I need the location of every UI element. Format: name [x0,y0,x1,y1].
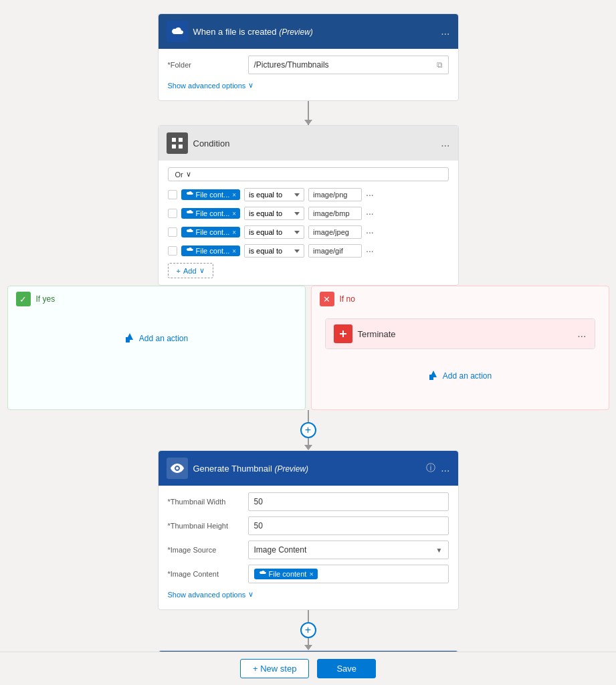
folder-input[interactable]: /Pictures/Thumbnails ⧉ [248,56,449,74]
trigger-title: When a file is created (Preview) [193,27,436,37]
checkbox-1[interactable] [168,209,177,218]
token-close-3[interactable]: × [232,248,236,255]
add-action-yes-button[interactable]: Add an action [124,333,188,344]
terminate-card: Terminate ... [325,318,595,349]
generate-thumbnail-card: Generate Thumbnail (Preview) ⓘ ... *Thum… [158,450,459,610]
thumb-width-input[interactable]: 50 [248,492,449,511]
svg-rect-1 [179,138,183,142]
image-content-row: *Image Content File content × [168,565,449,583]
generate-icon [167,458,188,479]
save-button[interactable]: Save [317,659,376,678]
value-2[interactable]: image/jpeg [308,225,362,239]
branch-no-add-body: Add an action [318,349,602,403]
branch-no-body: Terminate ... Add an action [312,312,609,409]
token-close-2[interactable]: × [232,229,236,236]
show-advanced-trigger[interactable]: Show advanced options ∨ [168,80,449,94]
show-advanced-generate[interactable]: Show advanced options ∨ [168,589,449,603]
image-source-label: *Image Source [168,546,241,554]
operator-3[interactable]: is equal to [244,244,304,258]
thumb-width-row: *Thumbnail Width 50 [168,492,449,511]
branch-no-label: If no [340,294,355,304]
operator-2[interactable]: is equal to [244,225,304,239]
row-menu-3[interactable]: ··· [366,246,374,256]
operator-1[interactable]: is equal to [244,207,304,220]
copy-icon: ⧉ [437,60,443,70]
file-content-token: File content × [254,569,318,579]
svg-marker-9 [430,371,437,377]
image-content-input[interactable]: File content × [248,565,449,583]
generate-menu[interactable]: ... [441,462,449,474]
value-1[interactable]: image/bmp [308,207,362,220]
condition-row-2: File cont... × is equal to image/jpeg ··… [168,225,449,239]
arrow-3: + [300,610,316,650]
condition-menu[interactable]: ... [441,137,449,149]
token-2: File cont... × [181,227,241,237]
thumb-height-input[interactable]: 50 [248,516,449,535]
thumb-height-row: *Thumbnail Height 50 [168,516,449,535]
condition-header: Condition ... [159,126,458,161]
token-close-0[interactable]: × [232,191,236,199]
terminate-menu[interactable]: ... [577,328,586,340]
image-source-row: *Image Source Image Content ▼ [168,541,449,559]
terminate-header: Terminate ... [326,319,595,349]
terminate-title: Terminate [358,329,573,339]
svg-rect-0 [172,138,176,142]
new-step-button[interactable]: + New step [240,659,309,678]
trigger-body: *Folder /Pictures/Thumbnails ⧉ Show adva… [159,49,458,100]
checkmark-icon: ✓ [16,292,31,306]
condition-row-3: File cont... × is equal to image/gif ··· [168,244,449,258]
svg-rect-3 [179,144,183,149]
token-0: File cont... × [181,189,241,200]
add-step-circle-1[interactable]: + [300,422,316,438]
xmark-icon: ✕ [320,292,334,306]
row-menu-0[interactable]: ··· [366,189,374,200]
checkbox-2[interactable] [168,227,177,237]
add-condition-button[interactable]: + Add ∨ [168,263,213,278]
arrow-1 [308,101,309,125]
token-3: File cont... × [181,246,241,256]
condition-body: Or ∨ File cont... × is equal to image/pn… [159,161,458,285]
svg-rect-7 [342,330,344,337]
condition-row-1: File cont... × is equal to image/bmp ··· [168,207,449,220]
svg-rect-2 [172,144,176,149]
condition-row-0: File cont... × is equal to image/png ··· [168,188,449,201]
or-button[interactable]: Or ∨ [168,167,449,181]
add-step-circle-2[interactable]: + [300,622,316,638]
token-close-1[interactable]: × [232,210,236,217]
branch-yes: ✓ If yes Add an action [7,286,306,410]
generate-header: Generate Thumbnail (Preview) ⓘ ... [159,451,458,486]
arrow-2: + [300,410,316,450]
add-action-no-button[interactable]: Add an action [428,371,492,381]
generate-body: *Thumbnail Width 50 *Thumbnail Height 50… [159,486,458,609]
token-1: File cont... × [181,208,241,219]
branch-yes-label: If yes [36,294,56,304]
value-3[interactable]: image/gif [308,244,362,258]
trigger-header: When a file is created (Preview) ... [159,14,458,49]
info-icon[interactable]: ⓘ [426,462,435,474]
value-0[interactable]: image/png [308,188,362,201]
branch-no: ✕ If no Terminate ... [311,286,609,410]
content-token-close[interactable]: × [309,570,313,578]
branch-yes-body: Add an action [8,312,305,365]
svg-marker-5 [126,333,133,340]
condition-card: Condition ... Or ∨ File cont... × is equ… [158,125,459,286]
dropdown-chevron: ▼ [436,547,443,554]
thumb-height-label: *Thumbnail Height [168,522,241,530]
condition-icon [167,132,188,154]
trigger-menu[interactable]: ... [441,25,449,37]
condition-title: Condition [193,138,436,149]
folder-label: *Folder [168,61,241,69]
row-menu-1[interactable]: ··· [366,208,374,219]
row-menu-2[interactable]: ··· [366,227,374,237]
checkbox-0[interactable] [168,190,177,199]
branch-no-header: ✕ If no [312,286,609,312]
branch-row: ✓ If yes Add an action ✕ If no [7,286,609,410]
trigger-card: When a file is created (Preview) ... *Fo… [158,13,459,101]
trigger-icon [167,21,188,42]
thumb-width-label: *Thumbnail Width [168,498,241,506]
branch-yes-header: ✓ If yes [8,286,305,312]
terminate-icon [334,324,352,343]
image-source-input[interactable]: Image Content ▼ [248,541,449,559]
operator-0[interactable]: is equal to [244,188,304,201]
checkbox-3[interactable] [168,246,177,256]
